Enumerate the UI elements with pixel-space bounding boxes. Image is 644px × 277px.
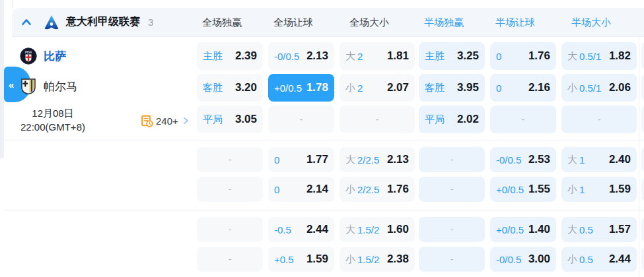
odds-cell-ht1x2-draw[interactable]: 平局 2.02 — [419, 106, 485, 133]
odds-cell-hthandicap2-home[interactable]: -0/0.5 2.53 — [490, 147, 556, 172]
group-divider — [4, 140, 644, 140]
home-team-name: 比萨 — [44, 49, 66, 64]
odds-cell-ft1x2-away[interactable]: 客胜 3.20 — [197, 74, 263, 102]
odds-label: 0 — [496, 82, 501, 94]
odds-label: 主胜 — [425, 50, 445, 63]
right-divider — [639, 8, 639, 277]
odds-cell-ht1x2-away[interactable]: 客胜 3.95 — [419, 74, 485, 102]
column-header-ft-handicap: 全场让球 — [260, 8, 326, 37]
empty-odds: - — [522, 114, 525, 125]
ou-line: 0.5 — [579, 254, 593, 265]
odds-cell-fthandicap-away-selected[interactable]: +0/0.5 1.78 — [268, 74, 334, 102]
empty-odds: - — [229, 254, 232, 264]
ou-direction: 小 — [567, 183, 577, 196]
clipped-next-column — [641, 106, 644, 133]
league-title: 意大利甲级联赛 — [66, 15, 140, 29]
odds-cell-fthandicap-home[interactable]: -0/0.5 2.13 — [268, 42, 334, 70]
home-team-row[interactable]: PISA 比萨 — [20, 47, 66, 65]
ou-line: 1 — [579, 184, 585, 195]
odds-label: 小2/2.5 — [345, 183, 379, 196]
odds-cell-fthandicap3-away[interactable]: +0.5 1.59 — [268, 247, 334, 272]
odds-cell-fthandicap2-home[interactable]: 0 1.77 — [268, 147, 334, 172]
odds-cell-htou3-under[interactable]: 小0.5 2.44 — [561, 247, 637, 272]
odds-value: 1.76 — [387, 183, 409, 196]
more-markets-link[interactable]: 240+ — [141, 113, 190, 128]
ou-line: 2/2.5 — [357, 154, 379, 166]
odds-cell-empty: - — [419, 147, 485, 172]
league-header: 意大利甲级联赛 3 — [12, 8, 644, 37]
odds-label: 平局 — [203, 113, 223, 126]
odds-cell-empty: - — [197, 217, 263, 242]
odds-cell-ft1x2-draw[interactable]: 平局 3.05 — [197, 106, 263, 133]
odds-cell-hthandicap3-away[interactable]: -0/0.5 3.00 — [490, 247, 556, 272]
odds-label: 大1.5/2 — [345, 224, 379, 236]
odds-cell-fthandicap3-home[interactable]: -0.5 2.44 — [268, 217, 334, 242]
ou-direction: 小 — [345, 253, 355, 266]
odds-cell-htou2-over[interactable]: 大1 2.40 — [561, 147, 637, 172]
odds-panel: 意大利甲级联赛 3 全场独赢 全场让球 全场大小 半场独赢 半场让球 半场大小 … — [0, 0, 644, 277]
odds-value: 1.55 — [528, 183, 550, 196]
column-header-ft-1x2: 全场独赢 — [189, 8, 255, 37]
odds-cell-empty: - — [419, 217, 485, 242]
odds-value: 1.81 — [387, 49, 409, 63]
odds-cell-hthandicap-home[interactable]: 0 1.76 — [490, 42, 556, 70]
odds-cell-htou-over[interactable]: 大0.5/1 1.82 — [561, 42, 637, 70]
odds-cell-ft1x2-home[interactable]: 主胜 2.39 — [197, 42, 263, 70]
empty-odds: - — [450, 254, 454, 264]
odds-label: 小0.5/1 — [567, 82, 601, 94]
odds-value: 1.57 — [609, 223, 631, 236]
odds-label: 小0.5 — [567, 253, 593, 266]
ou-direction: 大 — [345, 224, 355, 236]
odds-cell-fthandicap2-away[interactable]: 0 2.14 — [268, 177, 334, 202]
ou-line: 1.5/2 — [357, 224, 379, 235]
odds-cell-empty: - — [419, 177, 485, 202]
odds-cell-htou2-under[interactable]: 小1 1.59 — [561, 177, 637, 202]
empty-odds: - — [598, 114, 601, 125]
odds-label: +0/0.5 — [496, 184, 524, 195]
more-markets-count: 240+ — [156, 115, 178, 127]
odds-value: 1.76 — [528, 49, 550, 63]
odds-value: 1.82 — [609, 49, 631, 63]
odds-label: 小1 — [567, 183, 585, 196]
odds-cell-hthandicap-away[interactable]: 0 2.16 — [490, 74, 556, 102]
odds-value: 2.44 — [609, 253, 631, 266]
odds-label: 大1 — [567, 154, 585, 166]
odds-cell-hthandicap3-home[interactable]: +0/0.5 1.40 — [490, 217, 556, 242]
odds-cell-ftou-under[interactable]: 小2 2.07 — [340, 74, 415, 102]
odds-value: 2.40 — [609, 153, 631, 166]
ou-direction: 大 — [567, 154, 577, 166]
empty-odds: - — [450, 224, 454, 235]
odds-cell-ftou3-over[interactable]: 大1.5/2 1.60 — [340, 217, 415, 242]
odds-cell-ftou2-over[interactable]: 大2/2.5 2.13 — [340, 147, 415, 172]
odds-cell-empty: - — [197, 147, 263, 172]
odds-cell-ht1x2-home[interactable]: 主胜 3.25 — [419, 42, 485, 70]
clipped-next-column — [641, 247, 644, 272]
odds-cell-hthandicap2-away[interactable]: +0/0.5 1.55 — [490, 177, 556, 202]
odds-label: 小2 — [345, 82, 363, 94]
odds-cell-htou-under[interactable]: 小0.5/1 2.06 — [561, 74, 637, 102]
odds-value: 1.77 — [306, 153, 328, 166]
away-team-crest — [20, 78, 37, 95]
odds-cell-ftou2-under[interactable]: 小2/2.5 1.76 — [340, 177, 415, 202]
ou-direction: 大 — [567, 224, 577, 236]
odds-label: -0/0.5 — [274, 51, 299, 62]
ou-line: 0.5/1 — [579, 51, 601, 62]
away-team-row[interactable]: 帕尔马 — [20, 77, 77, 96]
odds-cell-ftou-over[interactable]: 大2 1.81 — [340, 42, 415, 70]
ou-line: 2 — [357, 51, 363, 62]
odds-cell-ftou3-under[interactable]: 小1.5/2 2.38 — [340, 247, 415, 272]
odds-label: 主胜 — [203, 50, 223, 63]
odds-value: 3.95 — [457, 81, 479, 94]
odds-value: 2.44 — [306, 223, 328, 236]
empty-odds: - — [229, 184, 232, 195]
odds-label: 客胜 — [425, 82, 445, 94]
column-header-ft-overunder: 全场大小 — [332, 8, 407, 37]
chevron-up-icon[interactable] — [20, 16, 33, 29]
svg-text:PISA: PISA — [25, 51, 32, 54]
clipped-next-column — [641, 147, 644, 172]
empty-odds: - — [450, 184, 454, 195]
odds-cell-htou3-over[interactable]: 大0.5 1.57 — [561, 217, 637, 242]
odds-label: 大2/2.5 — [345, 154, 379, 166]
odds-value: 2.06 — [609, 81, 631, 94]
ou-line: 0.5/1 — [579, 82, 601, 94]
